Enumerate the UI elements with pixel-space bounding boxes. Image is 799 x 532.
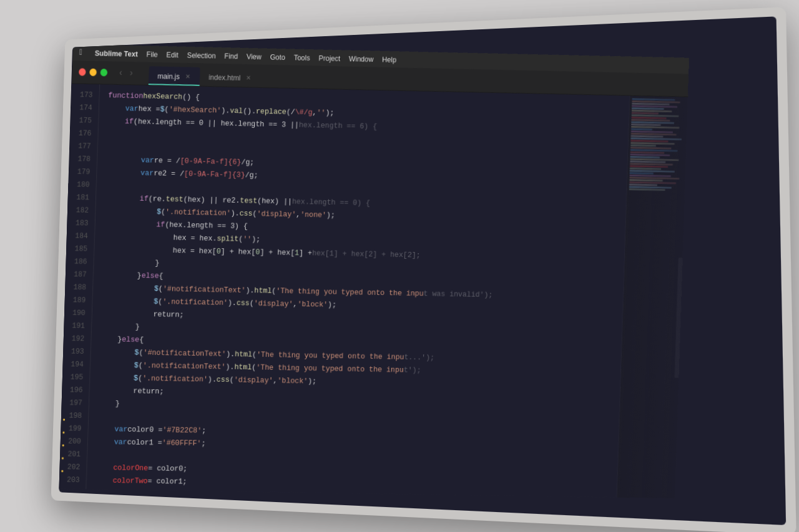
tab-index-html[interactable]: index.html ✕: [200, 67, 261, 87]
line-num-189: 189: [64, 293, 92, 306]
line-num-186: 186: [66, 255, 94, 268]
line-num-188: 188: [65, 281, 93, 294]
line-num-198: ●198: [61, 409, 89, 422]
line-num-181: 181: [68, 191, 96, 204]
mm-line: [632, 107, 664, 110]
menu-view[interactable]: View: [247, 51, 262, 60]
mm-line: [629, 179, 662, 181]
traffic-lights: [79, 68, 107, 76]
line-num-179: 179: [69, 165, 97, 178]
menu-goto[interactable]: Goto: [270, 52, 285, 61]
mm-line: [630, 144, 656, 147]
laptop-frame:  Sublime Text File Edit Selection Find …: [51, 7, 797, 532]
mm-line: [629, 188, 665, 191]
mm-line: [631, 135, 664, 137]
mm-line: [631, 128, 652, 130]
line-num-192: 192: [63, 332, 91, 345]
menu-project[interactable]: Project: [318, 53, 340, 62]
mm-line: [631, 117, 666, 119]
line-num-174: 174: [71, 101, 99, 114]
line-num-187: 187: [66, 268, 94, 281]
mm-line: [630, 151, 664, 153]
minimize-button[interactable]: [89, 68, 97, 75]
menu-selection[interactable]: Selection: [187, 50, 216, 59]
line-num-199: ●199: [60, 422, 88, 435]
line-num-201: ●201: [59, 448, 87, 461]
tab-index-html-label: index.html: [208, 72, 240, 82]
tabs-container: main.js ✕ index.html ✕: [149, 62, 262, 87]
menu-window[interactable]: Window: [349, 54, 374, 63]
minimap[interactable]: [617, 95, 688, 498]
line-num-195: 195: [62, 370, 90, 384]
line-num-194: 194: [62, 357, 91, 370]
mm-line: [630, 160, 665, 163]
line-num-180: 180: [68, 178, 96, 191]
menu-tools[interactable]: Tools: [293, 52, 310, 62]
line-num-184: 184: [67, 230, 95, 243]
line-num-200: ●200: [59, 435, 87, 448]
line-num-173: 173: [71, 88, 99, 102]
line-num-197: 197: [61, 396, 89, 409]
line-num-177: 177: [69, 140, 97, 153]
line-num-190: 190: [64, 306, 92, 319]
close-button[interactable]: [79, 68, 86, 75]
mm-line: [630, 167, 661, 170]
line-num-182: 182: [67, 203, 96, 216]
mm-line: [629, 183, 657, 186]
menu-file[interactable]: File: [146, 49, 158, 58]
maximize-button[interactable]: [100, 69, 108, 76]
line-num-196: 196: [61, 384, 89, 397]
line-num-175: 175: [71, 114, 99, 127]
line-num-185: 185: [66, 242, 94, 255]
menu-edit[interactable]: Edit: [166, 50, 179, 59]
mm-line: [630, 172, 654, 175]
tab-main-js[interactable]: main.js ✕: [149, 66, 200, 86]
mm-line: [631, 123, 660, 126]
line-num-183: 183: [67, 216, 95, 230]
line-num-176: 176: [70, 127, 98, 140]
menu-help[interactable]: Help: [382, 54, 396, 63]
line-num-193: 193: [62, 345, 91, 358]
menu-find[interactable]: Find: [224, 51, 238, 60]
nav-arrows: ‹ ›: [116, 67, 137, 79]
mm-line: [630, 156, 659, 158]
code-area[interactable]: function hexSearch() { var hex = $('#hex…: [86, 84, 629, 497]
minimap-content: [627, 95, 688, 193]
mm-line: [632, 112, 659, 114]
line-num-191: 191: [64, 319, 92, 332]
editor: 173 174 175 176 177 178 179 180 181 182 …: [59, 84, 688, 498]
minimap-scrollbar[interactable]: [675, 257, 683, 377]
tab-main-js-close[interactable]: ✕: [184, 72, 192, 80]
menu-sublime-text[interactable]: Sublime Text: [95, 48, 138, 58]
tab-main-js-label: main.js: [157, 71, 180, 80]
editor-content: 173 174 175 176 177 178 179 180 181 182 …: [59, 84, 688, 498]
screen-inner:  Sublime Text File Edit Selection Find …: [59, 44, 689, 498]
nav-forward-icon[interactable]: ›: [126, 67, 136, 78]
line-num-202: ●202: [59, 460, 87, 473]
nav-back-icon[interactable]: ‹: [116, 67, 126, 78]
line-num-178: 178: [69, 152, 97, 165]
tab-index-html-close[interactable]: ✕: [245, 73, 252, 81]
apple-logo-icon: : [79, 47, 84, 57]
screen:  Sublime Text File Edit Selection Find …: [59, 16, 786, 525]
